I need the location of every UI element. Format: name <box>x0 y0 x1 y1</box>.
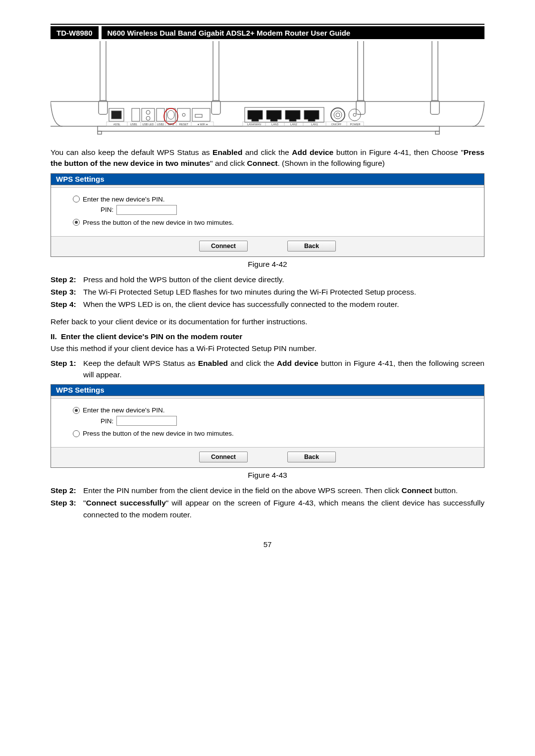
svg-rect-20 <box>195 114 202 117</box>
radio-label: Press the button of the new device in tw… <box>83 430 234 437</box>
label-usbled: USB LED <box>142 123 154 126</box>
svg-point-33 <box>353 113 356 116</box>
svg-point-15 <box>167 110 174 119</box>
connect-button[interactable]: Connect <box>199 241 248 252</box>
title-text: N600 Wireless Dual Band Gigabit ADSL2+ M… <box>107 29 351 37</box>
label-usb2: USB2 <box>157 123 164 126</box>
step-4a: Step 4: When the WPS LED is on, the clie… <box>51 299 484 310</box>
step-1b: Step 1: Keep the default WPS Status as E… <box>51 357 484 381</box>
label-reset: RESET <box>179 123 189 126</box>
label-lan2: LAN2 <box>290 123 297 126</box>
pin-input[interactable] <box>116 416 177 426</box>
label-usb1: USB1 <box>130 123 137 126</box>
svg-point-30 <box>334 111 342 119</box>
header-model: TD-W8980 <box>51 26 99 39</box>
step-2b: Step 2: Enter the PIN number from the cl… <box>51 485 484 496</box>
svg-point-29 <box>331 108 345 122</box>
header-rule <box>51 24 484 25</box>
label-lan3: LAN3 <box>271 123 278 126</box>
label-lan4wan: LAN4/WAN <box>247 123 261 126</box>
svg-point-12 <box>146 116 150 120</box>
radio-enter-pin[interactable]: Enter the new device's PIN. <box>73 196 469 203</box>
wps-settings-panel-2: WPS Settings Enter the new device's PIN.… <box>51 384 484 468</box>
step-2a: Step 2: Press and hold the WPS button of… <box>51 274 484 285</box>
connect-button[interactable]: Connect <box>199 452 248 462</box>
step-3b: Step 3: "Connect successfully" will appe… <box>51 497 484 520</box>
radio-icon <box>73 407 80 414</box>
router-rear-diagram: ADSL USB1 USB LED USB2 WPS RESET ● WiFi … <box>51 41 484 140</box>
page-header: TD-W8980 N600 Wireless Dual Band Gigabit… <box>51 26 484 39</box>
svg-rect-4 <box>98 126 439 131</box>
svg-rect-19 <box>192 108 210 121</box>
radio-icon <box>73 196 80 202</box>
refer-text: Refer back to your client device or its … <box>51 316 484 327</box>
figure-caption: Figure 4-42 <box>51 260 484 269</box>
wps-settings-panel-1: WPS Settings Enter the new device's PIN.… <box>51 173 484 257</box>
svg-point-18 <box>182 113 185 116</box>
pin-label: PIN: <box>101 417 113 425</box>
label-lan1: LAN1 <box>311 123 318 126</box>
para2: Use this method if your client device ha… <box>51 343 484 354</box>
step-3a: Step 3: The Wi-Fi Protected Setup LED fl… <box>51 286 484 298</box>
svg-rect-17 <box>177 108 190 121</box>
model-text: TD-W8980 <box>56 29 93 37</box>
radio-label: Enter the new device's PIN. <box>83 196 164 203</box>
radio-icon <box>73 219 80 226</box>
svg-rect-5 <box>98 131 102 134</box>
figure-caption: Figure 4-43 <box>51 471 484 480</box>
svg-rect-3 <box>430 101 439 114</box>
radio-label: Press the button of the new device in tw… <box>83 219 234 226</box>
wps-title: WPS Settings <box>51 385 484 396</box>
back-button[interactable]: Back <box>287 452 336 462</box>
radio-press-button[interactable]: Press the button of the new device in tw… <box>73 219 469 226</box>
svg-rect-2 <box>356 101 365 114</box>
svg-point-32 <box>349 109 361 121</box>
label-power: POWER <box>350 123 361 126</box>
label-wifi: ● WiFi ● <box>198 123 208 126</box>
radio-enter-pin[interactable]: Enter the new device's PIN. <box>73 406 469 414</box>
radio-press-button[interactable]: Press the button of the new device in tw… <box>73 430 469 437</box>
svg-rect-13 <box>157 108 164 121</box>
label-adsl: ADSL <box>113 123 120 126</box>
svg-rect-6 <box>435 131 439 134</box>
svg-rect-8 <box>111 111 121 119</box>
back-button[interactable]: Back <box>287 241 336 252</box>
section-heading-2: II. Enter the client device's PIN on the… <box>51 332 484 341</box>
pin-input[interactable] <box>116 205 177 215</box>
label-wps: WPS <box>168 123 174 126</box>
header-title: N600 Wireless Dual Band Gigabit ADSL2+ M… <box>102 26 484 39</box>
radio-label: Enter the new device's PIN. <box>83 406 164 414</box>
wps-title: WPS Settings <box>51 174 484 185</box>
svg-rect-0 <box>99 101 107 114</box>
page-number: 57 <box>51 540 484 549</box>
pin-label: PIN: <box>101 206 113 213</box>
svg-point-11 <box>146 110 150 114</box>
svg-rect-9 <box>132 108 140 121</box>
svg-rect-1 <box>212 101 220 114</box>
radio-icon <box>73 430 80 437</box>
intro-paragraph: You can also keep the default WPS Status… <box>51 147 484 169</box>
label-onoff: ON/OFF <box>331 123 342 126</box>
svg-point-31 <box>336 113 340 117</box>
